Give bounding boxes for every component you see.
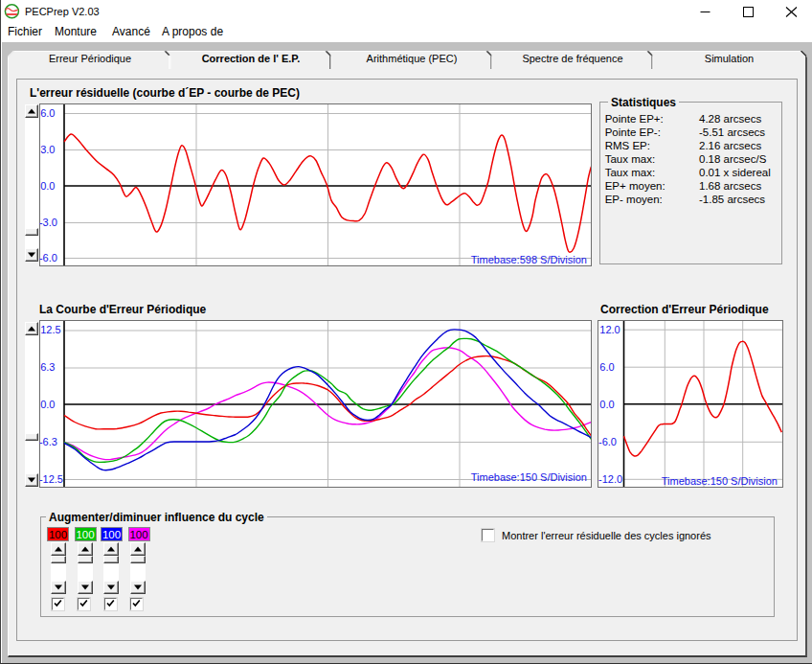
svg-text:Timebase:150 S/Division: Timebase:150 S/Division [471, 470, 587, 482]
svg-text:Timebase:150 S/Division: Timebase:150 S/Division [662, 474, 778, 486]
svg-text:Timebase:598 S/Division: Timebase:598 S/Division [471, 254, 587, 265]
